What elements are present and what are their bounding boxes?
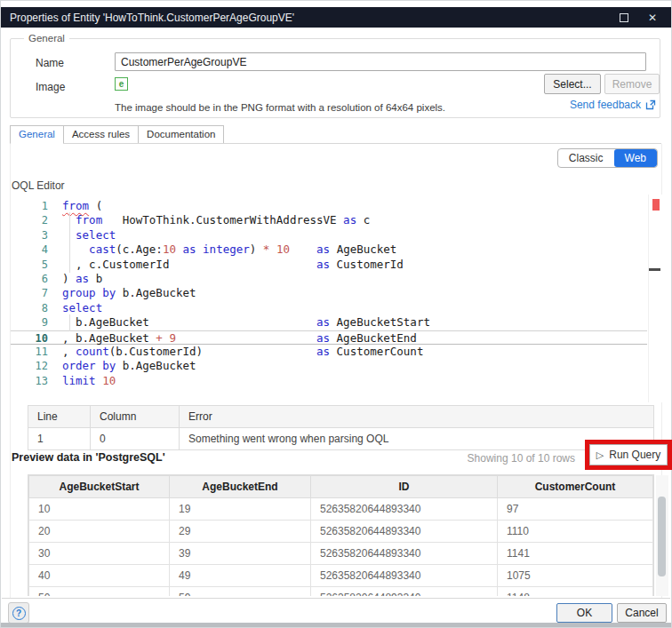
tab-documentation[interactable]: Documentation xyxy=(138,125,224,143)
external-link-icon xyxy=(645,99,656,110)
code-text: order by b.AgeBucket xyxy=(62,359,647,373)
scrollbar-thumb[interactable] xyxy=(658,497,666,576)
error-cell: Something went wrong when parsing OQL xyxy=(180,428,654,450)
scroll-position-marker xyxy=(649,268,660,271)
preview-table-header-row: AgeBucketStartAgeBucketEndIDCustomerCoun… xyxy=(29,476,653,498)
preview-cell: 52635820644893340 xyxy=(311,498,498,521)
code-text: , c.CustomerId as CustomerId xyxy=(62,258,647,272)
code-line-5[interactable]: 5 , c.CustomerId as CustomerId xyxy=(11,258,647,272)
error-column-header: Line xyxy=(28,406,91,428)
image-label: Image xyxy=(36,81,65,93)
preview-cell: 52635820644893340 xyxy=(311,521,498,543)
line-number: 2 xyxy=(11,213,62,227)
preview-row[interactable]: 4049526358206448933401075 xyxy=(29,565,653,587)
name-label: Name xyxy=(36,57,64,69)
run-query-label: Run Query xyxy=(609,449,660,461)
code-line-7[interactable]: 7group by b.AgeBucket xyxy=(11,286,647,300)
dialog-footer: ? OK Cancel xyxy=(2,598,670,624)
tab-general[interactable]: General xyxy=(10,125,64,143)
error-table-header-row: LineColumnError xyxy=(28,406,654,428)
code-line-3[interactable]: 3 select xyxy=(11,228,647,242)
error-table: LineColumnError 10Something went wrong w… xyxy=(28,405,654,450)
code-line-10[interactable]: 10, b.AgeBucket + 9 as AgeBucketEnd xyxy=(11,330,647,345)
preview-cell: 19 xyxy=(170,498,311,521)
tab-strip: General Access rules Documentation xyxy=(10,125,661,144)
line-number: 13 xyxy=(11,374,62,388)
ok-button[interactable]: OK xyxy=(556,603,612,623)
window-title: Properties of Entity 'HowToThink.Custome… xyxy=(10,12,620,24)
code-line-13[interactable]: 13limit 10 xyxy=(11,374,647,388)
preview-column-header: ID xyxy=(311,476,498,498)
code-line-4[interactable]: 4 cast(c.Age:10 as integer) * 10 as AgeB… xyxy=(11,242,647,257)
error-cell: 1 xyxy=(28,428,91,450)
line-number: 6 xyxy=(11,272,62,286)
send-feedback-label: Send feedback xyxy=(570,99,641,111)
code-line-1[interactable]: 1from ( xyxy=(11,199,647,213)
line-number: 1 xyxy=(11,199,62,213)
preview-column-header: AgeBucketStart xyxy=(29,476,170,498)
line-number: 9 xyxy=(11,315,62,330)
remove-button: Remove xyxy=(604,74,660,94)
preview-cell: 1148 xyxy=(498,587,653,597)
preview-cell: 97 xyxy=(498,498,653,521)
code-line-8[interactable]: 8select xyxy=(11,301,647,315)
code-text: group by b.AgeBucket xyxy=(62,286,647,300)
code-lines: 1from (2 from HowToThink.CustomerWithAdd… xyxy=(11,195,647,402)
select-button[interactable]: Select... xyxy=(544,74,601,94)
line-number: 11 xyxy=(11,345,62,359)
toggle-web[interactable]: Web xyxy=(614,149,657,167)
code-text: ) as b xyxy=(62,272,647,286)
preview-title: Preview data in 'PostgreSQL' xyxy=(12,451,165,464)
name-input[interactable] xyxy=(115,52,646,71)
code-text: cast(c.Age:10 as integer) * 10 as AgeBuc… xyxy=(62,242,647,257)
code-text: from ( xyxy=(62,199,647,213)
preview-row[interactable]: 5059526358206448933401148 xyxy=(29,587,653,597)
error-cell: 0 xyxy=(91,428,180,450)
code-text: , count(b.CustomerId) as CustomerCount xyxy=(62,345,647,359)
line-number: 4 xyxy=(11,242,62,257)
preview-table: AgeBucketStartAgeBucketEndIDCustomerCoun… xyxy=(28,475,653,596)
line-number: 3 xyxy=(11,228,62,242)
line-number: 5 xyxy=(11,258,62,272)
code-line-6[interactable]: 6) as b xyxy=(11,272,647,286)
toggle-classic[interactable]: Classic xyxy=(558,149,614,167)
overview-ruler[interactable] xyxy=(648,195,662,402)
code-line-11[interactable]: 11, count(b.CustomerId) as CustomerCount xyxy=(11,345,647,359)
run-query-button[interactable]: ▷ Run Query xyxy=(589,444,668,465)
run-query-annotation: ▷ Run Query xyxy=(585,440,672,470)
preview-cell: 30 xyxy=(29,543,170,565)
image-hint: The image should be in the PNG format wi… xyxy=(115,102,445,113)
preview-cell: 52635820644893340 xyxy=(311,543,498,565)
help-button[interactable]: ? xyxy=(8,602,29,624)
line-number: 7 xyxy=(11,286,62,300)
maximize-icon[interactable] xyxy=(620,13,628,22)
code-text: b.AgeBucket as AgeBucketStart xyxy=(62,315,647,330)
line-number: 12 xyxy=(11,359,62,373)
code-line-12[interactable]: 12order by b.AgeBucket xyxy=(11,359,647,373)
window-bottom-edge xyxy=(1,623,671,627)
preview-column-header: CustomerCount xyxy=(498,476,653,498)
send-feedback-link[interactable]: Send feedback xyxy=(570,99,656,111)
error-row[interactable]: 10Something went wrong when parsing OQL xyxy=(28,428,654,450)
preview-row[interactable]: 3039526358206448933401141 xyxy=(29,543,653,565)
line-number: 10 xyxy=(11,331,62,344)
general-fieldset: General Name Image e Select... Remove Th… xyxy=(10,33,660,118)
preview-table-scrollbar[interactable] xyxy=(656,475,668,596)
preview-cell: 52635820644893340 xyxy=(311,565,498,587)
properties-dialog: Properties of Entity 'HowToThink.Custome… xyxy=(0,0,672,628)
cancel-button[interactable]: Cancel xyxy=(617,603,667,623)
preview-cell: 29 xyxy=(170,521,311,543)
preview-row[interactable]: 2029526358206448933401110 xyxy=(29,521,653,543)
tab-access-rules[interactable]: Access rules xyxy=(63,125,139,143)
close-icon[interactable]: ✕ xyxy=(648,12,657,23)
code-line-9[interactable]: 9 b.AgeBucket as AgeBucketStart xyxy=(11,315,647,330)
play-icon: ▷ xyxy=(596,450,604,460)
preview-cell: 52635820644893340 xyxy=(311,587,498,597)
oql-editor[interactable]: 1from (2 from HowToThink.CustomerWithAdd… xyxy=(11,195,662,402)
help-icon: ? xyxy=(12,607,26,620)
titlebar: Properties of Entity 'HowToThink.Custome… xyxy=(1,7,671,28)
code-line-2[interactable]: 2 from HowToThink.CustomerWithAddressVE … xyxy=(11,213,647,227)
preview-row[interactable]: 10195263582064489334097 xyxy=(29,498,653,521)
error-marker xyxy=(652,199,660,211)
preview-cell: 50 xyxy=(29,587,170,597)
